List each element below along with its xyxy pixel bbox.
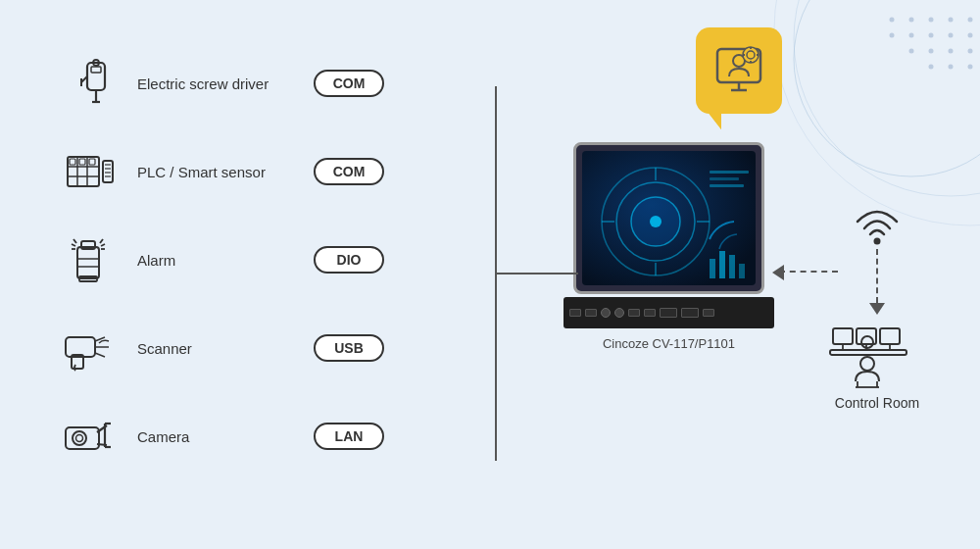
svg-rect-87: [710, 177, 739, 180]
bubble-icon: [710, 41, 768, 100]
svg-point-3: [890, 18, 895, 23]
svg-point-9: [909, 33, 914, 38]
svg-rect-82: [710, 259, 715, 278]
svg-point-5: [929, 18, 934, 23]
svg-point-18: [949, 65, 954, 70]
svg-point-0: [794, 0, 980, 176]
cincoze-hud-svg: [582, 151, 756, 285]
svg-point-57: [73, 431, 86, 445]
svg-rect-84: [729, 255, 735, 278]
camera-connector: LAN: [314, 423, 384, 450]
svg-point-15: [949, 49, 954, 54]
svg-point-6: [949, 18, 954, 23]
scanner-connector: USB: [314, 334, 384, 362]
svg-rect-85: [739, 264, 745, 278]
svg-rect-90: [833, 328, 853, 344]
svg-point-97: [861, 336, 873, 348]
control-room-svg: [828, 321, 926, 389]
svg-line-55: [95, 353, 105, 357]
arrow-left: [772, 265, 784, 280]
speech-bubble: [696, 27, 782, 114]
alarm-icon: [59, 230, 118, 289]
control-room-label: Control Room: [835, 395, 919, 411]
svg-rect-33: [79, 159, 85, 165]
svg-rect-96: [830, 350, 906, 355]
svg-rect-40: [77, 247, 99, 278]
device-item-alarm: Alarm DIO: [59, 216, 384, 304]
svg-point-10: [929, 33, 934, 38]
svg-point-12: [968, 33, 973, 38]
arrow-down: [869, 303, 885, 315]
center-device: Cincoze CV-117/P1101: [564, 142, 774, 351]
svg-point-14: [929, 49, 934, 54]
svg-rect-21: [91, 67, 101, 73]
dashed-v-line: [876, 249, 878, 303]
svg-point-13: [909, 49, 914, 54]
svg-point-19: [968, 65, 973, 70]
svg-rect-27: [68, 157, 99, 186]
svg-point-68: [743, 47, 759, 63]
right-section: Control Room: [828, 196, 926, 411]
svg-point-11: [949, 33, 954, 38]
svg-line-46: [101, 244, 105, 246]
svg-rect-32: [70, 159, 75, 165]
scanner-label: Scanner: [137, 340, 294, 357]
svg-rect-86: [710, 171, 749, 174]
device-item-plc: PLC / Smart sensor COM: [59, 127, 384, 216]
plc-icon: [59, 142, 118, 201]
svg-point-16: [968, 49, 973, 54]
svg-line-42: [74, 239, 76, 243]
camera-label: Camera: [137, 428, 294, 445]
cincoze-screen: [582, 151, 756, 285]
dashed-h-line: [779, 271, 838, 273]
svg-line-45: [100, 239, 103, 243]
device-list: Electric screw driver COM: [59, 39, 384, 480]
svg-rect-34: [89, 159, 95, 165]
cincoze-monitor: [573, 142, 764, 294]
h-connector-to-center: [495, 273, 578, 274]
svg-point-77: [650, 216, 662, 227]
plc-label: PLC / Smart sensor: [137, 164, 294, 180]
screw-driver-connector: COM: [314, 70, 384, 97]
svg-point-7: [968, 18, 973, 23]
scanner-icon: [59, 319, 118, 377]
device-item-screw-driver: Electric screw driver COM: [59, 39, 384, 127]
svg-rect-88: [710, 184, 744, 187]
svg-point-8: [890, 33, 895, 38]
plc-connector: COM: [314, 158, 384, 185]
device-item-scanner: Scanner USB: [59, 304, 384, 392]
svg-rect-35: [103, 161, 113, 182]
svg-point-1: [794, 0, 980, 196]
camera-icon: [59, 407, 118, 466]
svg-point-17: [929, 65, 934, 70]
cincoze-label: Cincoze CV-117/P1101: [603, 336, 735, 351]
alarm-label: Alarm: [137, 252, 294, 269]
alarm-connector: DIO: [314, 246, 384, 274]
svg-line-43: [72, 244, 75, 246]
scanner-port: USB: [314, 334, 384, 362]
control-room-icon: [828, 321, 926, 393]
svg-rect-92: [880, 328, 900, 344]
svg-rect-83: [719, 251, 725, 278]
screw-driver-port: COM: [314, 70, 384, 97]
cincoze-io-box: [564, 297, 774, 328]
screw-driver-icon: [59, 54, 118, 113]
svg-point-4: [909, 18, 914, 23]
main-container: Electric screw driver COM: [0, 0, 980, 549]
svg-point-98: [860, 357, 874, 371]
svg-point-58: [76, 435, 83, 442]
camera-port: LAN: [314, 423, 384, 450]
wifi-icon: [848, 196, 906, 247]
screw-driver-label: Electric screw driver: [137, 75, 294, 92]
svg-point-89: [874, 238, 881, 245]
device-item-camera: Camera LAN: [59, 392, 384, 480]
plc-port: COM: [314, 158, 384, 185]
alarm-port: DIO: [314, 246, 384, 274]
